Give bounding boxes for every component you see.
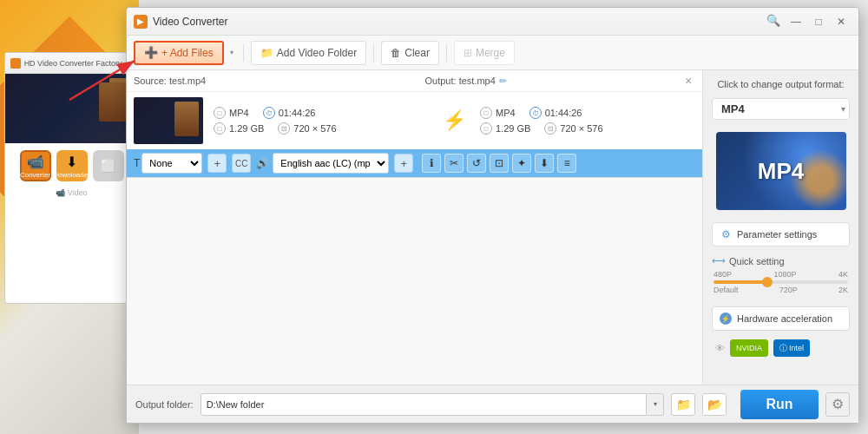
subtitle-tool-button[interactable]: ⬇ xyxy=(535,154,554,173)
quality-slider-container: 480P 1080P 4K Default 720P 2K xyxy=(712,266,850,298)
param-settings-icon: ⚙ xyxy=(720,228,732,240)
recorder-icon[interactable]: ⬜ xyxy=(93,150,124,181)
nvidia-badge: NVIDIA xyxy=(730,339,768,357)
audio-icon: 🔊 xyxy=(256,157,269,169)
audio-select[interactable]: English aac (LC) (mp xyxy=(273,153,389,174)
subtitle-track-container: T None xyxy=(134,153,202,174)
cut-tool-button[interactable]: ✂ xyxy=(444,154,464,173)
thumb-figure xyxy=(174,102,199,136)
subtitle-icon: T xyxy=(134,157,140,169)
output-duration: ⏱ 01:44:26 xyxy=(529,107,582,119)
source-resolution: ⊡ 720 × 576 xyxy=(278,122,336,135)
toolbar-divider-2 xyxy=(373,44,374,62)
source-meta-row-2: □ 1.29 GB ⊡ 720 × 576 xyxy=(214,122,429,135)
source-meta-row-1: □ MP4 ⏱ 01:44:26 xyxy=(214,107,429,119)
global-settings-button[interactable]: ⚙ xyxy=(825,392,850,417)
file-close-button[interactable]: × xyxy=(681,74,695,88)
quality-slider[interactable] xyxy=(713,280,848,284)
output-resolution: ⊡ 720 × 576 xyxy=(544,122,602,135)
app-logo-icon: ▶ xyxy=(134,15,148,29)
bg-app-title-bar: HD Video Converter Factory Pro xyxy=(5,53,138,74)
output-path-dropdown[interactable]: ▾ xyxy=(647,393,664,416)
format-thumb-label: MP4 xyxy=(758,158,804,185)
output-size-icon: □ xyxy=(480,122,492,135)
open-folder-button[interactable]: 📂 xyxy=(702,393,727,416)
quality-label-720p: 720P xyxy=(779,286,798,294)
toolbar-dropdown-arrow[interactable]: ▾ xyxy=(227,49,236,56)
right-panel: Click to change output format: MP4 ▾ MP4… xyxy=(702,70,858,385)
param-settings-label: Parameter settings xyxy=(737,229,817,240)
quick-setting-icon: ⟷ xyxy=(712,255,726,266)
output-label: Output: test.mp4 xyxy=(425,76,496,86)
add-folder-button[interactable]: 📁 Add Video Folder xyxy=(251,41,367,65)
bg-app-subtitle: 📹 Video xyxy=(5,188,138,197)
hw-accel-button[interactable]: ⚡ Hardware acceleration xyxy=(712,306,850,331)
main-window: ▶ Video Converter 🔍 — □ ✕ ➕ + Add Files … xyxy=(126,7,859,424)
content-area: Source: test.mp4 Output: test.mp4 ✏ × xyxy=(127,70,858,385)
video-label: 📹 Video xyxy=(9,188,135,197)
format-dropdown-arrow: ▾ xyxy=(841,104,845,114)
format-icon: □ xyxy=(214,107,226,119)
quality-label-2k: 2K xyxy=(838,286,848,294)
run-button[interactable]: Run xyxy=(740,390,819,419)
format-thumbnail: MP4 xyxy=(716,132,846,210)
gpu-badges: 👁 NVIDIA ⓘ Intel xyxy=(712,339,850,357)
info-tool-button[interactable]: ℹ xyxy=(422,154,441,173)
output-meta: □ MP4 ⏱ 01:44:26 □ 1.29 GB xyxy=(480,97,695,144)
source-format-value: MP4 xyxy=(229,108,249,118)
output-path-input[interactable] xyxy=(201,393,647,416)
merge-icon: ⊞ xyxy=(464,47,472,59)
clear-button[interactable]: 🗑 Clear xyxy=(381,41,439,65)
add-audio-button[interactable]: + xyxy=(394,154,413,173)
downloader-icon[interactable]: ⬇ Downloader xyxy=(56,150,88,181)
quality-slider-thumb[interactable] xyxy=(762,277,773,287)
output-duration-value: 01:44:26 xyxy=(545,108,582,118)
add-files-button[interactable]: ➕ + Add Files xyxy=(134,41,224,65)
subtitle-select[interactable]: None xyxy=(141,153,202,174)
output-folder-label: Output folder: xyxy=(135,399,194,410)
convert-arrow-divider: ⚡ xyxy=(429,97,480,144)
format-selector[interactable]: MP4 ▾ xyxy=(712,98,850,120)
output-format-icon: □ xyxy=(480,107,492,119)
bg-app-thumbnail xyxy=(5,74,138,143)
output-format-title: Click to change output format: xyxy=(712,79,850,89)
source-format: □ MP4 xyxy=(214,107,249,119)
track-row: T None + CC 🔊 English aac (LC) (mp + xyxy=(127,149,702,177)
minimize-button[interactable]: — xyxy=(786,13,806,30)
file-row-container: Source: test.mp4 Output: test.mp4 ✏ × xyxy=(127,70,702,178)
edit-output-icon[interactable]: ✏ xyxy=(499,76,507,87)
output-clock-icon: ⏱ xyxy=(529,107,542,119)
quick-setting-container: ⟷ Quick setting 480P 1080P 4K Default 72… xyxy=(712,255,850,298)
quality-label-480p: 480P xyxy=(713,270,732,279)
bottom-bar: Output folder: ▾ 📁 📂 Run ⚙ xyxy=(127,385,858,423)
hw-accel-icon: ⚡ xyxy=(720,312,732,325)
watermark-tool-button[interactable]: ≡ xyxy=(557,154,576,173)
intel-icon: ⓘ xyxy=(779,343,787,354)
audio-tool-button[interactable]: ↺ xyxy=(467,154,486,173)
converter-icon[interactable]: 📹 Converter xyxy=(20,150,51,181)
close-button[interactable]: ✕ xyxy=(831,13,852,30)
converter-label: Converter xyxy=(20,171,50,179)
empty-file-area xyxy=(127,178,702,385)
browse-folder-button[interactable]: 📁 xyxy=(671,393,695,416)
format-name: MP4 xyxy=(716,102,750,115)
file-details: □ MP4 ⏱ 01:44:26 □ 1.29 GB xyxy=(127,92,702,149)
track-tools: ℹ ✂ ↺ ⊡ ✦ ⬇ ≡ xyxy=(422,154,576,173)
output-size-value: 1.29 GB xyxy=(496,123,530,134)
crop-tool-button[interactable]: ⊡ xyxy=(490,154,509,173)
intel-badge: ⓘ Intel xyxy=(773,339,810,357)
merge-button[interactable]: ⊞ Merge xyxy=(454,41,515,65)
param-settings-button[interactable]: ⚙ Parameter settings xyxy=(712,222,850,247)
nvidia-label: NVIDIA xyxy=(736,344,762,352)
add-subtitle-button[interactable]: + xyxy=(207,154,227,173)
source-label: Source: test.mp4 xyxy=(134,76,206,86)
output-info: Output: test.mp4 ✏ xyxy=(425,76,682,87)
resolution-icon: ⊡ xyxy=(278,122,290,135)
output-meta-row-1: □ MP4 ⏱ 01:44:26 xyxy=(480,107,695,119)
maximize-button[interactable]: □ xyxy=(808,13,829,30)
source-size-value: 1.29 GB xyxy=(229,123,264,134)
bg-app-logo-icon xyxy=(10,58,21,69)
cc-button[interactable]: CC xyxy=(232,154,251,173)
effect-tool-button[interactable]: ✦ xyxy=(512,154,531,173)
source-duration: ⏱ 01:44:26 xyxy=(263,107,316,119)
